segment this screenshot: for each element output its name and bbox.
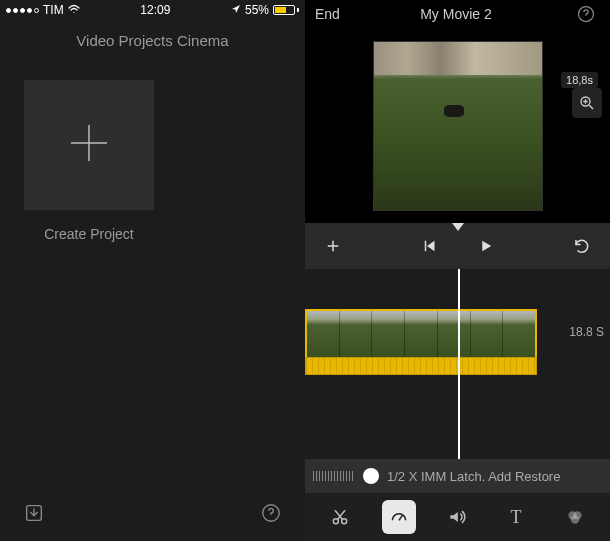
preview-frame[interactable] — [373, 41, 543, 211]
editor-panel: End My Movie 2 18,8s — [305, 0, 610, 541]
svg-line-18 — [399, 515, 402, 520]
filter-tool[interactable] — [558, 500, 592, 534]
preview-header: End My Movie 2 — [305, 0, 610, 28]
create-project-label: Create Project — [44, 226, 133, 242]
cut-tool[interactable] — [323, 500, 357, 534]
carrier-label: TIM — [43, 3, 64, 17]
svg-point-21 — [571, 515, 579, 523]
video-clip[interactable] — [305, 309, 537, 357]
left-bottom-bar — [0, 485, 305, 541]
timeline-duration: 18.8 S — [569, 325, 604, 339]
text-icon: T — [511, 507, 522, 528]
help-button[interactable] — [572, 0, 600, 28]
clip-duration-badge: 18,8s — [561, 72, 598, 88]
svg-marker-13 — [482, 241, 491, 252]
plus-icon — [65, 119, 113, 171]
speed-scale — [313, 471, 355, 481]
location-icon — [231, 3, 241, 17]
speed-control-bar: 1/2 X IMM Latch. Add Restore — [305, 459, 610, 493]
signal-strength — [6, 8, 39, 13]
projects-header: Video Projects Cinema — [0, 20, 305, 60]
tool-bar: T — [305, 493, 610, 541]
speed-tool[interactable] — [382, 500, 416, 534]
svg-line-6 — [589, 105, 593, 109]
timeline[interactable]: 18.8 S — [305, 269, 610, 459]
volume-tool[interactable] — [440, 500, 474, 534]
zoom-button[interactable] — [572, 88, 602, 118]
wifi-icon — [68, 3, 80, 17]
projects-panel: TIM 12:09 55% Video Projects Cinema Crea… — [0, 0, 305, 541]
text-tool[interactable]: T — [499, 500, 533, 534]
clock: 12:09 — [140, 3, 170, 17]
create-project-thumb[interactable] — [24, 80, 154, 210]
export-button[interactable] — [20, 499, 48, 527]
preview-area: 18,8s — [305, 28, 610, 223]
svg-marker-12 — [427, 241, 435, 252]
status-bar: TIM 12:09 55% — [0, 0, 305, 20]
skip-start-button[interactable] — [416, 232, 444, 260]
audio-clip[interactable] — [305, 357, 537, 375]
speed-slider[interactable] — [363, 468, 379, 484]
play-button[interactable] — [472, 232, 500, 260]
playback-bar — [305, 223, 610, 269]
end-button[interactable]: End — [315, 6, 340, 22]
help-button[interactable] — [257, 499, 285, 527]
speed-label: 1/2 X IMM Latch. Add Restore — [387, 469, 560, 484]
add-media-button[interactable] — [319, 232, 347, 260]
create-project-card[interactable]: Create Project — [24, 80, 154, 242]
undo-button[interactable] — [568, 232, 596, 260]
battery-icon — [273, 5, 299, 15]
playhead-marker — [452, 223, 464, 231]
movie-title: My Movie 2 — [340, 6, 572, 22]
battery-pct: 55% — [245, 3, 269, 17]
playhead[interactable] — [458, 269, 460, 459]
